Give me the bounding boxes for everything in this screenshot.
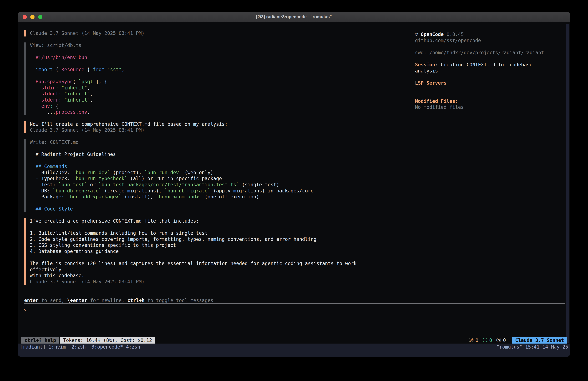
chat-line: env: { (30, 103, 381, 109)
info-count: 0 (489, 337, 492, 343)
info-icon: ⓘ (483, 337, 487, 344)
chat-line (30, 157, 381, 164)
diagnostic-hints: ⓗ0 (496, 337, 506, 344)
lsp-diagnostics: Ⓦ0ⓘ0ⓗ0 (469, 337, 506, 344)
warnings-count: 0 (476, 337, 479, 343)
chat-line: 2. Code style guidelines covering import… (30, 236, 381, 243)
tool-output-block: View: script/db.ts #!/usr/bin/env bun im… (24, 43, 381, 115)
diagnostic-info: ⓘ0 (483, 337, 492, 344)
assistant-message-block: I've created a comprehensive CONTEXT.md … (24, 218, 381, 285)
zoom-button[interactable] (38, 15, 42, 19)
sidebar-line: cwd: /home/thdxr/dev/projects/radiant/ra… (415, 50, 544, 56)
chat-line: Now I'll create a comprehensive CONTEXT.… (30, 121, 381, 127)
close-button[interactable] (22, 15, 27, 19)
session-sidebar: © OpenCode 0.0.45github.com/sst/opencode… (415, 31, 544, 111)
status-right-group: Ⓦ0ⓘ0ⓗ0 Claude 3.7 Sonnet (469, 337, 567, 344)
chat-line (30, 145, 381, 152)
chat-line: View: script/db.ts (30, 43, 381, 49)
hints-icon: ⓗ (496, 337, 501, 344)
chat-line: - Build/Dev: `bun run dev` (project), `b… (30, 170, 381, 176)
model-badge[interactable]: Claude 3.7 Sonnet (512, 337, 567, 344)
hints-count: 0 (503, 337, 506, 343)
chat-line: #!/usr/bin/env bun (30, 55, 381, 61)
keybinding-help-text: enter to send, \+enter for newline, ctrl… (24, 297, 213, 304)
tmux-session-clock: "romulus" 15:41 14-May-25 (497, 344, 568, 350)
chat-line: stdin: "inherit", (30, 85, 381, 91)
prompt-caret: > (23, 307, 26, 314)
sidebar-line: No modified files (415, 104, 544, 111)
chat-line: - TypeCheck: `bun run typecheck` (all) o… (30, 176, 381, 182)
assistant-message-block: Now I'll create a comprehensive CONTEXT.… (24, 121, 381, 133)
chat-line: The file is concise (20 lines) and captu… (30, 261, 381, 273)
warnings-icon: Ⓦ (469, 337, 474, 344)
chat-line (30, 200, 381, 206)
chat-line (30, 61, 381, 67)
chat-line (30, 73, 381, 79)
sidebar-line (415, 92, 544, 98)
traffic-lights (22, 15, 42, 19)
chat-line: ## Commands (30, 163, 381, 170)
chat-line (30, 224, 381, 230)
chat-line: 4. Database operations guidance (30, 248, 381, 255)
chat-line: Claude 3.7 Sonnet (14 May 2025 03:41 PM) (30, 127, 381, 133)
sidebar-line: Session: Creating CONTEXT.md for codebas… (415, 62, 544, 74)
status-bar: ctrl+? helpTokens: 16.4K (8%), Cost: $0.… (18, 337, 570, 344)
help-key-badge[interactable]: ctrl+? help (21, 337, 59, 344)
minimize-button[interactable] (30, 15, 35, 19)
chat-line: Write: CONTEXT.md (30, 139, 381, 145)
chat-line: stdout: "inherit", (30, 91, 381, 97)
sidebar-line (415, 56, 544, 62)
chat-transcript: Claude 3.7 Sonnet (14 May 2025 03:41 PM)… (24, 30, 381, 291)
chat-line: Claude 3.7 Sonnet (14 May 2025 03:41 PM) (30, 30, 381, 37)
sidebar-line: Modified Files: (415, 98, 544, 104)
window-titlebar[interactable]: [2/3] radiant:3:opencode - "romulus" (18, 12, 570, 22)
tmux-windows-list[interactable]: [radiant] 1:nvim 2:zsh- 3:opencode* 4:zs… (20, 344, 568, 350)
chat-line: 3. CSS styling conventions specific to t… (30, 242, 381, 248)
keybinding-help: enter to send, \+enter for newline, ctrl… (24, 297, 213, 304)
terminal-window: [2/3] radiant:3:opencode - "romulus" Cla… (18, 12, 570, 357)
chat-line: I've created a comprehensive CONTEXT.md … (30, 218, 381, 224)
prompt-input[interactable]: > (23, 307, 26, 314)
scrollbar[interactable] (566, 24, 569, 343)
chat-line: - DB: `bun db generate` (create migratio… (30, 188, 381, 194)
chat-line: stderr: "inherit", (30, 97, 381, 103)
chat-line: Bun.spawnSync([`psql`], { (30, 79, 381, 85)
chat-line: ...process.env, (30, 109, 381, 115)
sidebar-line: github.com/sst/opencode (415, 38, 544, 44)
chat-line: with this codebase. (30, 273, 381, 279)
sidebar-line (415, 74, 544, 80)
assistant-message-block: Claude 3.7 Sonnet (14 May 2025 03:41 PM) (24, 30, 381, 37)
sidebar-line (415, 86, 544, 92)
window-title: [2/3] radiant:3:opencode - "romulus" (18, 12, 570, 22)
input-divider (24, 303, 565, 304)
tokens-cost-badge: Tokens: 16.4K (8%), Cost: $0.12 (60, 337, 155, 344)
diagnostic-warnings: Ⓦ0 (469, 337, 478, 344)
terminal-content: Claude 3.7 Sonnet (14 May 2025 03:41 PM)… (18, 22, 570, 357)
chat-line: ## Code Style (30, 206, 381, 212)
tmux-statusline: [radiant] 1:nvim 2:zsh- 3:opencode* 4:zs… (18, 344, 570, 357)
chat-line: 1. Build/lint/test commands including ho… (30, 230, 381, 236)
chat-line: import { Resource } from "sst"; (30, 67, 381, 73)
chat-line: - Package: `bun add <package>` (install)… (30, 194, 381, 200)
chat-line: Claude 3.7 Sonnet (14 May 2025 03:41 PM) (30, 279, 381, 285)
chat-line: # Radiant Project Guidelines (30, 151, 381, 157)
chat-line (30, 48, 381, 55)
chat-line: - Test: `bun test` or `bun test packages… (30, 182, 381, 188)
tool-output-block: Write: CONTEXT.md # Radiant Project Guid… (24, 139, 381, 212)
sidebar-line: LSP Servers (415, 80, 544, 86)
sidebar-line (415, 44, 544, 50)
sidebar-line: © OpenCode 0.0.45 (415, 31, 544, 38)
chat-line (30, 255, 381, 261)
